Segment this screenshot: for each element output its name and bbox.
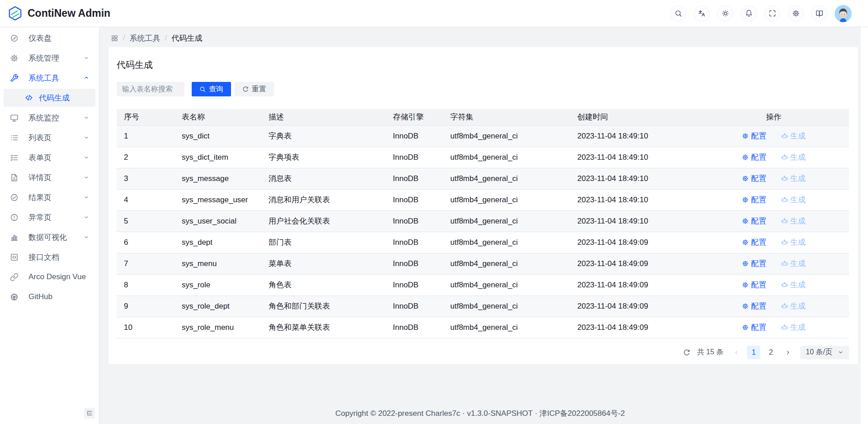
generate-button[interactable]: 生成 — [781, 237, 806, 248]
cell-table-name: sys_dept — [175, 232, 261, 253]
cell-create-time: 2023-11-04 18:49:10 — [570, 147, 698, 168]
notifications-button[interactable] — [741, 5, 757, 22]
chevron-left-icon — [733, 349, 740, 356]
config-button[interactable]: 配置 — [742, 131, 766, 141]
sidebar-item-detail-page[interactable]: 详情页 — [4, 168, 95, 186]
sidebar-item-label: 代码生成 — [39, 93, 90, 103]
sidebar-item-list-page[interactable]: 列表页 — [4, 129, 95, 147]
theme-toggle-button[interactable] — [717, 5, 733, 22]
next-page-button[interactable] — [781, 346, 795, 359]
page-size-select[interactable]: 10 条/页 — [800, 346, 849, 359]
chevron-down-icon — [83, 134, 90, 141]
fullscreen-button[interactable] — [764, 5, 780, 22]
check-circle-icon — [10, 193, 19, 202]
config-button[interactable]: 配置 — [742, 322, 766, 333]
app-logo — [7, 5, 23, 21]
breadcrumb-separator: / — [165, 33, 167, 43]
breadcrumb-separator: / — [123, 33, 125, 43]
robot-icon — [781, 324, 788, 331]
col-header-actions: 操作 — [698, 109, 849, 125]
docs-button[interactable] — [811, 5, 827, 22]
cell-engine: InnoDB — [386, 295, 443, 317]
config-button[interactable]: 配置 — [742, 195, 766, 205]
generate-button[interactable]: 生成 — [781, 301, 806, 311]
chevron-up-icon — [83, 75, 90, 81]
tables-table: 序号 表名称 描述 存储引擎 字符集 创建时间 操作 1 sys_dict 字典… — [117, 109, 849, 338]
sidebar-item-system-tools[interactable]: 系统工具 — [4, 69, 95, 87]
sidebar-item-dashboard[interactable]: 仪表盘 — [4, 29, 95, 47]
language-button[interactable] — [693, 5, 710, 22]
query-button[interactable]: 查询 — [192, 82, 231, 96]
sidebar-item-exception-page[interactable]: 异常页 — [4, 208, 95, 226]
cell-table-name: sys_role_menu — [175, 317, 261, 338]
refresh-button[interactable] — [680, 346, 693, 359]
generate-button[interactable]: 生成 — [781, 173, 806, 184]
page-button-2[interactable]: 2 — [764, 346, 778, 359]
main-content: / 系统工具 / 代码生成 代码生成 查询 重置 序号 — [99, 27, 861, 424]
settings-button[interactable] — [788, 5, 804, 22]
config-button[interactable]: 配置 — [742, 216, 766, 226]
config-button[interactable]: 配置 — [742, 173, 766, 184]
robot-icon — [781, 154, 788, 161]
col-header-engine: 存储引擎 — [386, 109, 443, 125]
chevron-down-icon — [83, 174, 90, 181]
chevron-down-icon — [83, 154, 90, 161]
generate-button[interactable]: 生成 — [781, 216, 806, 226]
config-button[interactable]: 配置 — [742, 152, 766, 162]
config-button[interactable]: 配置 — [742, 301, 766, 311]
cell-actions: 配置 生成 — [698, 189, 849, 210]
sun-icon — [722, 10, 729, 17]
checklist-icon — [10, 153, 19, 162]
sidebar-item-result-page[interactable]: 结果页 — [4, 188, 95, 206]
generate-button[interactable]: 生成 — [781, 152, 806, 162]
generate-button[interactable]: 生成 — [781, 195, 806, 205]
robot-icon — [781, 133, 788, 139]
sidebar-item-system-monitor[interactable]: 系统监控 — [4, 109, 95, 127]
sidebar-item-label: 表单页 — [28, 152, 83, 163]
page-scrollbar-track[interactable] — [861, 27, 868, 424]
col-header-create-time: 创建时间 — [570, 109, 698, 125]
sidebar-item-api-docs[interactable]: 接口文档 — [4, 248, 95, 266]
sidebar-item-form-page[interactable]: 表单页 — [4, 148, 95, 167]
search-button[interactable] — [670, 5, 686, 22]
reset-button[interactable]: 重置 — [235, 82, 274, 96]
cell-engine: InnoDB — [386, 317, 443, 338]
sidebar-item-github[interactable]: GitHub — [4, 288, 95, 306]
generate-button[interactable]: 生成 — [781, 280, 806, 290]
avatar[interactable] — [835, 5, 852, 22]
generate-button[interactable]: 生成 — [781, 258, 806, 269]
link-icon — [10, 273, 19, 281]
cell-table-name: sys_message_user — [175, 189, 261, 210]
sidebar-item-system-management[interactable]: 系统管理 — [4, 49, 95, 67]
config-button[interactable]: 配置 — [742, 280, 766, 290]
avatar-image — [835, 5, 852, 22]
sidebar-item-data-visualization[interactable]: 数据可视化 — [4, 228, 95, 246]
sidebar-item-label: 系统监控 — [28, 113, 83, 123]
col-header-description: 描述 — [261, 109, 386, 125]
breadcrumb-item[interactable]: 系统工具 — [130, 33, 160, 43]
robot-icon — [781, 303, 788, 310]
sidebar-item-code-generation[interactable]: 代码生成 — [4, 89, 95, 107]
cell-table-name: sys_dict — [175, 125, 261, 147]
breadcrumb-item-current: 代码生成 — [171, 33, 202, 43]
cell-actions: 配置 生成 — [698, 295, 849, 317]
sidebar-item-arco-design-vue[interactable]: Arco Design Vue — [4, 268, 95, 286]
monitor-icon — [10, 114, 19, 122]
cell-charset: utf8mb4_general_ci — [443, 232, 570, 253]
collapse-sidebar-button[interactable] — [84, 408, 95, 419]
apps-grid-icon[interactable] — [111, 34, 118, 42]
brand: ContiNew Admin — [7, 5, 110, 21]
cell-index: 8 — [117, 274, 175, 295]
prev-page-button[interactable] — [730, 346, 743, 359]
cell-charset: utf8mb4_general_ci — [443, 317, 570, 338]
cell-engine: InnoDB — [386, 210, 443, 232]
cell-description: 部门表 — [261, 232, 386, 253]
table-name-search-input[interactable] — [117, 82, 184, 96]
config-button[interactable]: 配置 — [742, 258, 766, 269]
page-button-1[interactable]: 1 — [747, 346, 760, 359]
generate-button[interactable]: 生成 — [781, 322, 806, 333]
code-icon — [25, 94, 33, 102]
config-button[interactable]: 配置 — [742, 237, 766, 248]
generate-button[interactable]: 生成 — [781, 131, 806, 141]
cell-actions: 配置 生成 — [698, 125, 849, 147]
